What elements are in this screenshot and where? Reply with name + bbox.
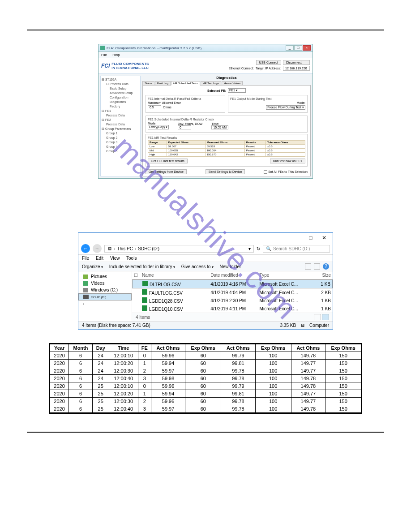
col-type[interactable]: Type <box>260 273 308 278</box>
back-button[interactable]: ← <box>81 244 90 253</box>
res-cell: Low <box>148 145 167 149</box>
col-name[interactable]: Name <box>142 273 210 278</box>
file-row[interactable]: LGDD1Q28.CSV4/1/2019 2:30 PMMicrosoft Ex… <box>132 296 333 305</box>
preview-pane-icon[interactable] <box>314 263 320 270</box>
exp-close[interactable]: ✕ <box>317 235 331 241</box>
exp-minimize[interactable]: — <box>291 235 304 241</box>
get-settings-button[interactable]: Get Settings from Device <box>146 169 187 174</box>
table-cell: 60 <box>185 360 221 367</box>
tree-group-params[interactable]: ⊟ Group Parameters <box>102 127 139 131</box>
side-collapse[interactable]: ‹ <box>78 300 132 307</box>
give-access-button[interactable]: Give access to <box>181 264 214 269</box>
tree-process-data[interactable]: ⊟ Process Data <box>102 82 139 86</box>
tree-g1[interactable]: Group 1 <box>102 131 139 136</box>
table-cell: 59.94 <box>151 390 185 398</box>
side-videos[interactable]: Videos <box>78 280 132 287</box>
send-settings-button[interactable]: Send Settings to Device <box>206 169 245 174</box>
tab-scheduled[interactable]: idR Scheduled Tests <box>171 81 200 86</box>
organize-button[interactable]: Organize <box>82 264 103 269</box>
tree-fe1[interactable]: ⊟ FE1 <box>102 109 139 113</box>
tree-g5[interactable]: Group 5 <box>102 149 139 154</box>
view-details-icon[interactable] <box>314 314 321 320</box>
table-cell: 59.96 <box>151 352 185 360</box>
exp-menu-file[interactable]: File <box>82 256 89 261</box>
file-row[interactable]: DLTRLOG.CSV4/1/2019 4:16 PMMicrosoft Exc… <box>132 279 333 288</box>
view-list-icon[interactable] <box>322 314 329 320</box>
tab-status[interactable]: Status <box>142 81 154 86</box>
mode-select[interactable]: Freeze Flow During Test ▾ <box>266 105 305 110</box>
max-err-input[interactable]: 0.5 <box>148 105 161 109</box>
tree-root[interactable]: ⊟ ST102A <box>102 77 139 82</box>
usb-connect-button[interactable]: USB Connect <box>256 60 281 65</box>
table-header: Year <box>50 344 69 352</box>
help-icon[interactable]: ? <box>323 263 329 270</box>
minimize-button[interactable]: _ <box>286 45 294 51</box>
new-folder-button[interactable]: New folder <box>220 264 241 269</box>
col-size[interactable]: Size <box>308 273 331 278</box>
menu-file[interactable]: File <box>101 53 107 57</box>
search-input[interactable]: 🔍 Search SDHC (D:) <box>263 245 330 253</box>
set-all-fe-check[interactable]: Set All FEs to This Selection <box>264 169 308 174</box>
table-cell: 3 <box>138 375 151 382</box>
forward-button[interactable]: → <box>93 244 102 253</box>
table-cell: 149.77 <box>291 367 325 375</box>
exp-menu-view[interactable]: View <box>110 256 120 261</box>
view-options-icon[interactable] <box>305 263 311 270</box>
col-date[interactable]: Date modified <box>210 273 259 278</box>
exp-maximize[interactable]: □ <box>304 235 317 241</box>
res-row: Low59.50759.518Passed±0.5 <box>148 145 305 149</box>
tab-logs[interactable]: idR Test Logs <box>201 81 221 86</box>
tree-factory[interactable]: Factory <box>102 104 139 109</box>
tree-diag[interactable]: Diagnostics <box>102 100 139 104</box>
tree-fe2-pd[interactable]: Process Data <box>102 122 139 127</box>
breadcrumb-drive[interactable]: SDHC (D:) <box>138 246 159 251</box>
close-button[interactable]: × <box>303 45 311 51</box>
tab-heater[interactable]: Heater Values <box>222 81 243 86</box>
explorer-menu: File Edit View Tools <box>78 255 333 262</box>
table-cell: 99.78 <box>221 375 256 382</box>
file-row[interactable]: LGDD1Q10.CSV4/1/2019 4:11 PMMicrosoft Ex… <box>132 305 333 313</box>
refresh-button[interactable]: ↻ <box>257 246 260 251</box>
disconnect-button[interactable]: Disconnect <box>283 60 310 65</box>
exp-menu-edit[interactable]: Edit <box>96 256 103 261</box>
table-cell: 2020 <box>50 398 69 405</box>
address-bar[interactable]: 🖥 › This PC › SDHC (D:) ▾ <box>104 245 254 253</box>
table-cell: 12:00:30 <box>109 398 138 405</box>
table-cell: 100 <box>255 352 291 360</box>
table-cell: 60 <box>185 367 221 375</box>
exp-menu-tools[interactable]: Tools <box>126 256 137 261</box>
selected-fe-select[interactable]: FE1 ▾ <box>228 88 246 93</box>
ip-input[interactable]: 12.166.119.150 <box>283 66 310 71</box>
tree-g3[interactable]: Group 3 <box>102 140 139 145</box>
run-now-button[interactable]: Run test now on FE1 <box>270 159 305 163</box>
side-windows-c[interactable]: Windows (C:) <box>78 287 132 293</box>
day-input[interactable]: 0 <box>178 125 191 129</box>
menu-help[interactable]: Help <box>112 53 120 57</box>
maximize-button[interactable]: □ <box>294 45 302 51</box>
get-results-button[interactable]: Get FE1 last test results <box>148 159 188 163</box>
table-cell: 100 <box>255 382 291 390</box>
mode2-select[interactable]: Every(Day) ▾ <box>148 125 169 129</box>
tree-fe2[interactable]: ⊟ FE2 <box>102 118 139 122</box>
tree-fe1-pd[interactable]: Process Data <box>102 113 139 118</box>
table-cell: 24 <box>92 367 109 375</box>
tree-advanced[interactable]: Advanced Setup <box>102 91 139 95</box>
breadcrumb-pc[interactable]: This PC <box>117 246 133 251</box>
tree-config[interactable]: Configuration <box>102 95 139 100</box>
tree-basic[interactable]: Basic Setup <box>102 86 139 91</box>
res-cell: Passed <box>244 153 265 157</box>
tab-fault[interactable]: Fault Log <box>155 81 171 86</box>
table-cell: 12:00:40 <box>109 405 138 413</box>
include-button[interactable]: Include selected folder in library <box>109 264 175 269</box>
tree-g2[interactable]: Group 2 <box>102 136 139 140</box>
col-checkbox[interactable]: ☐ <box>134 273 142 278</box>
table-row: 202062512:00:40359.976099.78100149.78150 <box>50 405 361 413</box>
side-sdhc[interactable]: SDHC (D:) <box>78 293 132 300</box>
table-cell: 6 <box>69 367 93 375</box>
file-row[interactable]: FAULTLOG.CSV4/1/2019 4:04 PMMicrosoft Ex… <box>132 288 333 296</box>
items-count: 4 items <box>136 315 150 320</box>
nav-tree[interactable]: ⊟ ST102A ⊟ Process Data Basic Setup Adva… <box>100 76 141 176</box>
time-input[interactable]: 10:55 AM <box>211 125 228 129</box>
side-pictures[interactable]: Pictures <box>78 273 132 280</box>
tree-g4[interactable]: Group 4 <box>102 145 139 149</box>
